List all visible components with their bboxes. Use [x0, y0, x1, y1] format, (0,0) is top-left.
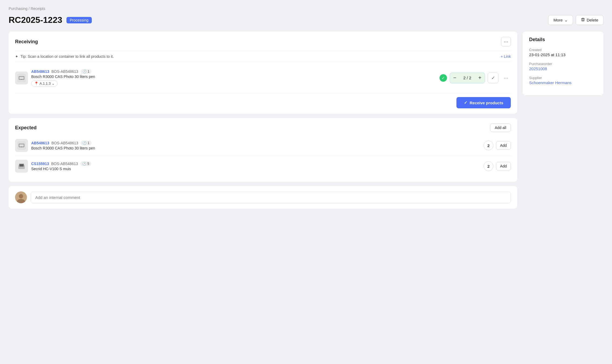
receiving-product-name: Bosch R3000 CAS Photo 30 liters pen [31, 74, 436, 79]
expected-qty-2: 2 [484, 161, 493, 171]
trash-icon [581, 17, 585, 23]
check-icon: ✓ [464, 100, 467, 105]
clock-icon: 🕐 [83, 70, 87, 73]
receive-products-button[interactable]: ✓ Receive products [456, 97, 511, 108]
main-left: Receiving ⋯ ✦ Tip: Scan a location or co… [9, 31, 517, 209]
add-product-button-2[interactable]: Add [496, 162, 511, 170]
tip-text: ✦ Tip: Scan a location or container to l… [15, 54, 114, 59]
confirm-check-button[interactable]: ✓ [488, 73, 498, 83]
expected-product-info-1: AB548613 BOS-AB548613 🕐 1 Bosch R3000 CA… [31, 141, 480, 150]
receiving-lot-badge: 🕐 1 [80, 69, 92, 74]
receiving-product-codes: AB548613 BOS-AB548613 🕐 1 [31, 69, 436, 74]
detail-purchaseorder-value[interactable]: 20251008 [529, 66, 597, 71]
receiving-card-header: Receiving ⋯ [15, 37, 511, 47]
comment-card [9, 186, 517, 209]
add-product-button-1[interactable]: Add [496, 141, 511, 150]
expected-lot-badge-1: 🕐 1 [80, 141, 92, 145]
svg-point-7 [21, 147, 22, 147]
expected-product-image-2 [15, 160, 28, 173]
detail-created-label: Created [529, 48, 597, 52]
detail-created: Created 23-01-2025 at 11:13 [529, 48, 597, 57]
detail-supplier-value[interactable]: Schoenmaker Hermans [529, 80, 597, 85]
expected-product-info-2: CS155913 BOS-AB548613 🕐 5 Secrid HC-V100… [31, 161, 480, 171]
expected-product-name-1: Bosch R3000 CAS Photo 30 liters pen [31, 146, 480, 150]
expected-product-name-2: Secrid HC-V100 S muis [31, 167, 480, 171]
add-all-button[interactable]: Add all [490, 123, 511, 132]
receiving-title: Receiving [15, 39, 38, 45]
expected-lot-badge-2: 🕐 5 [80, 161, 92, 166]
qty-minus-button[interactable]: − [450, 73, 460, 83]
qty-control: − 2 / 2 + [450, 73, 485, 83]
detail-purchaseorder-label: Purchaseorder [529, 62, 597, 66]
receiving-location-tag[interactable]: 📍 A.1.1.3 ⌄ [31, 80, 58, 87]
receiving-product-code[interactable]: AB548613 [31, 69, 49, 74]
svg-rect-6 [19, 144, 24, 147]
expected-qty-1: 2 [484, 141, 493, 150]
breadcrumb-current[interactable]: Receipts [31, 6, 45, 11]
expected-product-codes-1: AB548613 BOS-AB548613 🕐 1 [31, 141, 480, 145]
receive-row: ✓ Receive products [15, 93, 511, 108]
chevron-down-icon: ⌄ [52, 81, 55, 85]
more-button[interactable]: More ⌄ [548, 15, 573, 25]
expected-product-row-1: AB548613 BOS-AB548613 🕐 1 Bosch R3000 CA… [15, 135, 511, 156]
receiving-product-ref: BOS-AB548613 [51, 69, 78, 74]
expected-controls-1: 2 Add [484, 141, 511, 150]
details-title: Details [529, 37, 597, 42]
svg-rect-2 [19, 77, 24, 79]
svg-rect-11 [20, 164, 24, 166]
header-actions: More ⌄ Delete [548, 15, 603, 25]
receiving-dots-button[interactable]: ⋯ [501, 37, 511, 47]
location-icon: 📍 [34, 81, 38, 85]
details-card: Details Created 23-01-2025 at 11:13 Purc… [523, 31, 603, 95]
main-layout: Receiving ⋯ ✦ Tip: Scan a location or co… [9, 31, 603, 209]
expected-product-row-2: CS155913 BOS-AB548613 🕐 5 Secrid HC-V100… [15, 156, 511, 176]
tip-bar: ✦ Tip: Scan a location or container to l… [15, 51, 511, 62]
expected-product-codes-2: CS155913 BOS-AB548613 🕐 5 [31, 161, 480, 166]
detail-supplier-label: Supplier [529, 76, 597, 80]
qty-value: 2 / 2 [460, 76, 475, 80]
receiving-product-image [15, 72, 28, 84]
page-title: RC2025-1223 [9, 15, 62, 25]
status-badge: Processing [66, 17, 92, 23]
product-more-button[interactable]: ⋯ [501, 73, 511, 83]
detail-created-value: 23-01-2025 at 11:13 [529, 52, 597, 57]
chevron-down-icon: ⌄ [564, 18, 568, 23]
receiving-product-row: AB548613 BOS-AB548613 🕐 1 Bosch R3000 CA… [15, 66, 511, 89]
receiving-card: Receiving ⋯ ✦ Tip: Scan a location or co… [9, 31, 517, 114]
page-header-left: RC2025-1223 Processing [9, 15, 92, 25]
main-right: Details Created 23-01-2025 at 11:13 Purc… [523, 31, 603, 95]
expected-controls-2: 2 Add [484, 161, 511, 171]
clock-icon: 🕐 [83, 141, 87, 145]
qty-plus-button[interactable]: + [475, 73, 485, 83]
expected-product-code-2[interactable]: CS155913 [31, 162, 49, 166]
svg-point-3 [21, 79, 22, 80]
breadcrumb-separator: / [29, 6, 30, 11]
expected-product-image-1 [15, 139, 28, 152]
page-header: RC2025-1223 Processing More ⌄ Delete [9, 15, 603, 25]
expected-card-header: Expected Add all [15, 123, 511, 132]
expected-title: Expected [15, 125, 37, 131]
avatar [15, 191, 27, 203]
done-check-icon: ✓ [439, 74, 447, 82]
svg-point-13 [19, 194, 23, 198]
breadcrumb: Purchasing / Receipts [9, 6, 603, 11]
expected-product-ref-2: BOS-AB548613 [51, 162, 78, 166]
comment-input[interactable] [31, 192, 511, 203]
detail-purchaseorder: Purchaseorder 20251008 [529, 62, 597, 71]
expected-product-ref-1: BOS-AB548613 [51, 141, 78, 145]
breadcrumb-parent[interactable]: Purchasing [9, 6, 27, 11]
link-button[interactable]: + Link [501, 54, 511, 59]
clock-icon: 🕐 [82, 162, 86, 166]
sparkle-icon: ✦ [15, 54, 18, 59]
expected-product-code-1[interactable]: AB548613 [31, 141, 49, 145]
delete-button[interactable]: Delete [576, 15, 603, 25]
receiving-product-info: AB548613 BOS-AB548613 🕐 1 Bosch R3000 CA… [31, 69, 436, 87]
expected-card: Expected Add all AB548613 BOS-AB54 [9, 118, 517, 182]
detail-supplier: Supplier Schoenmaker Hermans [529, 76, 597, 85]
receiving-product-controls: ✓ − 2 / 2 + ✓ ⋯ [439, 73, 511, 83]
